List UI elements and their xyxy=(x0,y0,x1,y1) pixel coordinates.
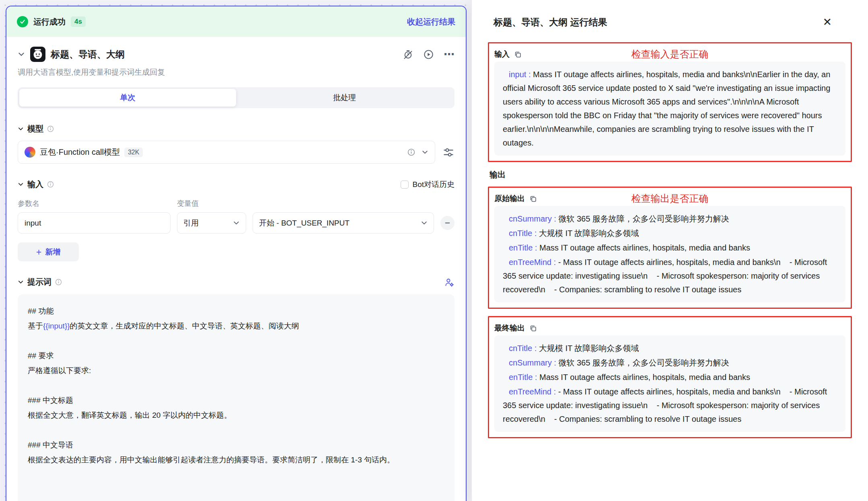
run-duration-badge: 4s xyxy=(71,16,86,27)
prompt-optimize-icon[interactable] xyxy=(444,277,455,287)
input-section-header: 输入 Bot对话历史 xyxy=(18,179,455,190)
entry-value: 微软 365 服务故障，众多公司受影响并努力解决 xyxy=(558,214,729,223)
output-section-label: 输出 xyxy=(490,169,852,180)
check-circle-icon xyxy=(17,16,28,27)
param-name-column-label: 参数名 xyxy=(18,199,177,208)
raw-output-content: cnSummary : 微软 365 服务故障，众多公司受影响并努力解决 cnT… xyxy=(494,206,845,302)
entry-key: cnTitle : xyxy=(509,344,539,353)
input-entry: input : Mass IT outage affects airlines,… xyxy=(503,68,837,150)
entry-key: cnTitle : xyxy=(509,229,539,238)
copy-icon[interactable] xyxy=(514,51,522,58)
output-entry: enTreeMind : - Mass IT outage affects ai… xyxy=(503,385,837,426)
more-actions-icon[interactable]: ⋯ xyxy=(444,49,455,60)
entry-key: enTreeMind : xyxy=(509,258,558,267)
chevron-down-icon xyxy=(233,220,240,226)
model-settings-icon[interactable] xyxy=(442,146,455,158)
input-check-annotation: 检查输入是否正确 xyxy=(494,48,845,61)
model-select[interactable]: 豆包·Function call模型 32K xyxy=(18,141,435,164)
add-param-label: 新增 xyxy=(45,247,60,257)
entry-value: 大规模 IT 故障影响众多领域 xyxy=(539,344,639,353)
disable-debug-icon[interactable] xyxy=(403,49,413,60)
param-value-value: 开始 - BOT_USER_INPUT xyxy=(259,218,350,228)
raw-output-label: 原始输出 xyxy=(494,193,525,204)
plus-icon: + xyxy=(36,248,41,256)
output-check-annotation: 检查输出是否正确 xyxy=(494,192,845,205)
run-success-banner: 运行成功 4s 收起运行结果 xyxy=(6,6,466,37)
entry-key: enTreeMind : xyxy=(509,387,558,396)
tab-batch[interactable]: 批处理 xyxy=(236,89,453,107)
model-logo-icon xyxy=(25,147,35,158)
llm-node-config-panel: 运行成功 4s 收起运行结果 标题、导语、大纲 xyxy=(6,6,467,501)
entry-value: Mass IT outage affects airlines, hospita… xyxy=(539,373,750,382)
bot-avatar xyxy=(30,47,45,62)
model-row: 豆包·Function call模型 32K xyxy=(18,141,455,164)
run-status-text: 运行成功 xyxy=(33,16,66,27)
output-entry: cnSummary : 微软 365 服务故障，众多公司受影响并努力解决 xyxy=(503,356,837,370)
raw-output-header: 原始输出 检查输出是否正确 xyxy=(494,191,845,206)
output-entry: enTitle : Mass IT outage affects airline… xyxy=(503,370,837,384)
param-value-select[interactable]: 开始 - BOT_USER_INPUT xyxy=(253,212,434,234)
entry-value: 微软 365 服务故障，众多公司受影响并努力解决 xyxy=(558,358,729,367)
copy-icon[interactable] xyxy=(529,324,537,332)
prompt-section-header: 提示词 xyxy=(18,277,455,287)
final-output-header: 最终输出 xyxy=(494,321,845,335)
results-title: 标题、导语、大纲 运行结果 xyxy=(494,16,607,29)
final-output-label: 最终输出 xyxy=(494,323,525,333)
prompt-editor[interactable]: ## 功能 基于{{input}}的英文文章，生成对应的中文标题、中文导语、英文… xyxy=(18,294,455,501)
param-value-column-label: 变量值 xyxy=(177,199,199,208)
output-entry: cnSummary : 微软 365 服务故障，众多公司受影响并努力解决 xyxy=(503,212,837,226)
close-icon[interactable]: ✕ xyxy=(823,17,832,28)
input-section-label: 输入 xyxy=(27,179,43,190)
collapse-results-link[interactable]: 收起运行结果 xyxy=(407,16,455,27)
prompt-section-chevron-icon[interactable] xyxy=(18,279,24,285)
entry-value: 大规模 IT 故障影响众多领域 xyxy=(539,229,639,238)
entry-value: Mass IT outage affects airlines, hospita… xyxy=(539,243,750,252)
model-section-header: 模型 xyxy=(18,123,455,134)
model-section-chevron-icon[interactable] xyxy=(18,126,24,132)
entry-value: Mass IT outage affects airlines, hospita… xyxy=(503,70,833,147)
model-name: 豆包·Function call模型 xyxy=(40,147,120,158)
info-icon[interactable] xyxy=(55,279,62,285)
final-output-content: cnTitle : 大规模 IT 故障影响众多领域 cnSummary : 微软… xyxy=(494,335,845,432)
remove-param-button[interactable] xyxy=(440,216,455,230)
entry-key: enTitle : xyxy=(509,373,539,382)
input-block-label: 输入 xyxy=(494,49,510,60)
info-icon[interactable] xyxy=(47,181,54,188)
output-entry: cnTitle : 大规模 IT 故障影响众多领域 xyxy=(503,341,837,355)
bot-history-checkbox[interactable] xyxy=(401,181,409,189)
node-header: 标题、导语、大纲 ⋯ xyxy=(18,47,455,62)
collapse-node-chevron-icon[interactable] xyxy=(18,51,25,58)
param-ref-type-value: 引用 xyxy=(183,218,199,228)
final-output-check-box: 最终输出 cnTitle : 大规模 IT 故障影响众多领域 cnSummary… xyxy=(488,316,852,438)
input-section-chevron-icon[interactable] xyxy=(18,181,24,187)
results-header: 标题、导语、大纲 运行结果 ✕ xyxy=(488,16,852,29)
copy-icon[interactable] xyxy=(529,195,537,203)
input-block-header: 输入 检查输入是否正确 xyxy=(494,47,845,62)
node-description: 调用大语言模型,使用变量和提示词生成回复 xyxy=(18,67,455,78)
param-name-input[interactable] xyxy=(18,212,171,234)
param-row: 引用 开始 - BOT_USER_INPUT xyxy=(18,212,455,234)
run-node-icon[interactable] xyxy=(423,49,434,60)
input-check-box: 输入 检查输入是否正确 input : Mass IT outage affec… xyxy=(488,42,852,162)
model-context-badge: 32K xyxy=(124,148,143,157)
entry-key: enTitle : xyxy=(509,243,539,252)
info-icon[interactable] xyxy=(47,125,54,132)
output-entry: enTreeMind : - Mass IT outage affects ai… xyxy=(503,255,837,296)
add-param-button[interactable]: + 新增 xyxy=(18,242,79,261)
node-title: 标题、导语、大纲 xyxy=(51,48,125,61)
entry-key: cnSummary : xyxy=(509,358,558,367)
node-actions: ⋯ xyxy=(403,49,455,60)
mode-tabs: 单次 批处理 xyxy=(18,87,455,108)
model-info-icon[interactable] xyxy=(407,148,415,156)
output-entry: cnTitle : 大规模 IT 故障影响众多领域 xyxy=(503,226,837,240)
chevron-down-icon xyxy=(421,220,428,226)
raw-output-check-box: 原始输出 检查输出是否正确 cnSummary : 微软 365 服务故障，众多… xyxy=(488,187,852,309)
entry-key: input : xyxy=(509,70,533,79)
input-content: input : Mass IT outage affects airlines,… xyxy=(494,62,845,156)
run-results-panel: 标题、导语、大纲 运行结果 ✕ 输入 检查输入是否正确 input : Mass… xyxy=(471,0,868,501)
bot-history-toggle[interactable]: Bot对话历史 xyxy=(401,179,455,190)
bot-history-label: Bot对话历史 xyxy=(412,179,455,190)
tab-single[interactable]: 单次 xyxy=(19,89,236,107)
chevron-down-icon xyxy=(422,149,428,156)
param-ref-type-select[interactable]: 引用 xyxy=(177,212,246,234)
